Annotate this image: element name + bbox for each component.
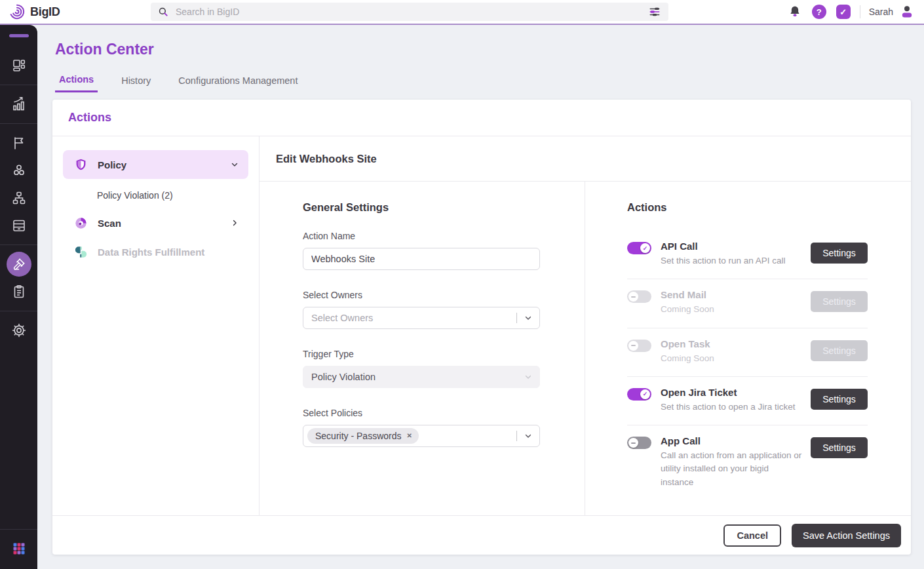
- actions-section: Actions ✓ API Call Set this action to ru…: [585, 182, 911, 515]
- sidebar-item-policies[interactable]: [0, 278, 37, 305]
- nav-item-label: Scan: [98, 218, 121, 229]
- trigger-type-label: Trigger Type: [303, 349, 540, 359]
- sidebar: [0, 25, 37, 569]
- brand: BigID: [0, 3, 151, 20]
- send-mail-toggle: [627, 290, 651, 303]
- dropdown-separator: [516, 313, 517, 323]
- notifications-button[interactable]: [787, 4, 803, 20]
- toggle-knob: [628, 292, 638, 302]
- sidebar-item-apps[interactable]: [0, 535, 37, 562]
- open-task-toggle: [627, 340, 651, 352]
- editor-footer: Cancel Save Action Settings: [52, 515, 911, 555]
- panel-body: Policy Policy Violation (2): [52, 136, 911, 515]
- toggle-knob: [628, 438, 638, 448]
- nav-item-scan[interactable]: Scan: [63, 208, 248, 237]
- nav-item-policy-violation[interactable]: Policy Violation (2): [63, 179, 173, 208]
- tab-configurations-management[interactable]: Configurations Management: [174, 73, 301, 92]
- policy-chip-label: Security - Passwords: [315, 431, 401, 441]
- bell-icon: [788, 5, 802, 19]
- panel-header: Actions: [52, 100, 911, 136]
- search-icon: [157, 6, 169, 18]
- tab-bar: Actions History Configurations Managemen…: [52, 73, 911, 92]
- panel-title: Actions: [68, 111, 111, 125]
- nav-item-label: Data Rights Fulfillment: [98, 246, 204, 258]
- action-name-label: Action Name: [303, 231, 540, 241]
- open-jira-ticket-toggle[interactable]: ✓: [627, 388, 651, 401]
- select-owners-dropdown[interactable]: Select Owners: [303, 307, 540, 329]
- chip-remove-icon[interactable]: ✕: [406, 433, 412, 439]
- sidebar-item-catalog[interactable]: [0, 212, 37, 239]
- cancel-button[interactable]: Cancel: [723, 524, 781, 547]
- sidebar-item-hierarchy[interactable]: [0, 184, 37, 212]
- editor-header: Edit Webhooks Site: [260, 136, 911, 182]
- sidebar-item-cluster[interactable]: [0, 157, 37, 184]
- chevron-down-icon: [524, 372, 533, 382]
- nav-item-policy[interactable]: Policy: [63, 150, 248, 179]
- sidebar-item-flag[interactable]: [0, 129, 37, 157]
- policy-shield-icon: [73, 157, 88, 172]
- sidebar-item-dashboard[interactable]: [0, 52, 37, 79]
- select-policies-dropdown[interactable]: Security - Passwords ✕: [303, 425, 540, 447]
- save-action-settings-button[interactable]: Save Action Settings: [792, 524, 901, 547]
- action-row-send-mail: Send Mail Coming Soon Settings: [627, 279, 868, 327]
- action-text: App Call Call an action from an applicat…: [661, 435, 811, 489]
- settings-gear-icon: [11, 323, 27, 338]
- general-settings-title: General Settings: [303, 201, 540, 214]
- header-divider: [860, 5, 860, 18]
- chevron-down-icon: [524, 431, 533, 441]
- search-bar: [151, 3, 668, 21]
- select-policies-field: Select Policies Security - Passwords ✕: [303, 408, 540, 447]
- action-text: API Call Set this action to run an API c…: [661, 241, 811, 267]
- chevron-down-icon: [524, 313, 533, 323]
- action-row-open-task: Open Task Coming Soon Settings: [627, 328, 868, 376]
- editor-title: Edit Webhooks Site: [276, 153, 377, 165]
- analytics-icon: [11, 96, 27, 112]
- open-task-settings-button: Settings: [811, 340, 868, 361]
- sidebar-item-settings[interactable]: [0, 317, 37, 344]
- app-call-settings-button[interactable]: Settings: [811, 437, 868, 458]
- help-button[interactable]: ?: [811, 4, 827, 20]
- sidebar-brand-pill: [9, 34, 29, 37]
- nav-item-label: Policy: [98, 159, 126, 170]
- action-title: Send Mail: [661, 289, 803, 300]
- chevron-right-icon: [230, 218, 239, 227]
- sidebar-item-action-center[interactable]: [0, 250, 37, 278]
- dashboard-icon: [11, 58, 27, 73]
- chevron-down-icon: [230, 160, 239, 169]
- flag-icon: [11, 135, 27, 151]
- action-title: Open Jira Ticket: [661, 387, 803, 398]
- sidebar-divider: [0, 311, 37, 311]
- action-description: Coming Soon: [661, 352, 803, 365]
- policies-clipboard-icon: [11, 284, 27, 300]
- data-rights-fulfillment-icon: [73, 245, 88, 260]
- action-text: Open Task Coming Soon: [661, 338, 811, 365]
- open-jira-ticket-settings-button[interactable]: Settings: [811, 389, 868, 410]
- search-input[interactable]: [174, 6, 646, 18]
- filter-sliders-icon[interactable]: [646, 3, 663, 20]
- trigger-type-value: Policy Violation: [311, 372, 375, 382]
- tasks-button[interactable]: ✓: [836, 4, 851, 20]
- action-description: Set this action to run an API call: [661, 254, 803, 267]
- cluster-icon: [11, 163, 27, 178]
- action-row-app-call: App Call Call an action from an applicat…: [627, 425, 868, 500]
- tab-history[interactable]: History: [117, 73, 155, 92]
- action-name-input[interactable]: [303, 248, 540, 270]
- actions-panel: Actions Policy: [52, 100, 911, 555]
- user-menu[interactable]: Sarah: [869, 4, 915, 20]
- action-title: App Call: [661, 435, 803, 446]
- select-owners-label: Select Owners: [303, 290, 540, 300]
- bigid-logo-icon: [9, 3, 26, 20]
- api-call-settings-button[interactable]: Settings: [811, 243, 868, 264]
- action-title: Open Task: [661, 338, 803, 349]
- tab-actions[interactable]: Actions: [55, 73, 98, 92]
- sidebar-item-analytics[interactable]: [0, 90, 37, 118]
- avatar-icon: [899, 4, 915, 20]
- app-call-toggle[interactable]: [627, 437, 651, 449]
- apps-grid-icon: [11, 541, 27, 557]
- editor-pane: Edit Webhooks Site General Settings Acti…: [260, 136, 911, 515]
- api-call-toggle[interactable]: ✓: [627, 242, 651, 254]
- toggle-dash-icon: [631, 345, 636, 346]
- trigger-type-dropdown: Policy Violation: [303, 366, 540, 388]
- action-description: Coming Soon: [661, 303, 803, 316]
- toggle-knob-check-icon: ✓: [640, 389, 650, 399]
